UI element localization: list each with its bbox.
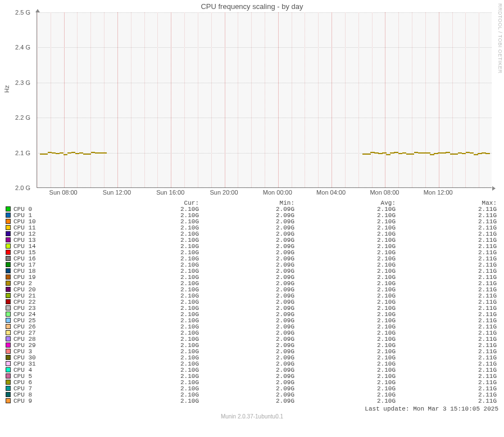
legend-row: CPU 292.10G2.09G2.10G2.11G [6, 343, 497, 349]
grid-line-v-minor [184, 12, 185, 187]
legend-row: CPU 52.10G2.09G2.10G2.11G [6, 373, 497, 380]
legend-row: CPU 172.10G2.09G2.10G2.11G [6, 262, 497, 268]
x-tick-label: Mon 04:00 [316, 189, 346, 196]
legend-swatch-icon [6, 287, 11, 292]
legend-row: CPU 252.10G2.09G2.10G2.11G [6, 318, 497, 324]
legend-row: CPU 232.10G2.09G2.10G2.11G [6, 305, 497, 312]
legend-swatch-icon [6, 274, 11, 280]
legend-swatch-icon [6, 299, 11, 304]
legend-swatch-icon [6, 367, 11, 372]
series-segment [366, 154, 371, 155]
legend-row: CPU 242.10G2.09G2.10G2.11G [6, 312, 497, 318]
legend-swatch-icon [6, 213, 11, 218]
legend-row: CPU 102.10G2.09G2.10G2.11G [6, 219, 497, 225]
legend-row: CPU 42.10G2.09G2.10G2.11G [6, 367, 497, 373]
legend-row: CPU 162.10G2.09G2.10G2.11G [6, 256, 497, 262]
legend-row: CPU 202.10G2.09G2.10G2.11G [6, 287, 497, 293]
x-tick-label: Sun 20:00 [210, 189, 238, 196]
plot-area [37, 12, 492, 188]
legend-max: 2.11G [396, 398, 497, 404]
legend-swatch-icon [6, 318, 11, 323]
legend-row: CPU 132.10G2.09G2.10G2.11G [6, 237, 497, 244]
legend-table: Cur: Min: Avg: Max: CPU 02.10G2.09G2.10G… [6, 200, 497, 404]
legend-row: CPU 72.10G2.09G2.10G2.11G [6, 386, 497, 392]
legend-avg: 2.10G [294, 398, 396, 404]
legend-cur: 2.10G [109, 398, 199, 404]
grid-line-v [385, 12, 385, 187]
legend-swatch-icon [6, 219, 11, 224]
legend-swatch-icon [6, 231, 11, 236]
legend-swatch-icon [6, 386, 11, 391]
legend-swatch-icon [6, 361, 11, 366]
legend-row: CPU 142.10G2.09G2.10G2.11G [6, 244, 497, 250]
legend-row: CPU 212.10G2.09G2.10G2.11G [6, 293, 497, 299]
legend-row: CPU 272.10G2.09G2.10G2.11G [6, 330, 497, 336]
series-segment [470, 152, 474, 154]
legend-row: CPU 182.10G2.09G2.10G2.11G [6, 268, 497, 274]
grid-line-v-minor [292, 12, 292, 187]
grid-line-v-minor [412, 12, 412, 187]
legend-swatch-icon [6, 281, 11, 286]
legend-header-row: Cur: Min: Avg: Max: [6, 200, 497, 206]
legend-series-name: CPU 9 [13, 398, 109, 404]
axis-arrow-up-icon [35, 9, 40, 12]
last-update-text: Last update: Mon Mar 3 15:10:05 2025 [365, 406, 498, 412]
legend-row: CPU 262.10G2.09G2.10G2.11G [6, 324, 497, 330]
series-segment [454, 154, 458, 155]
legend-row: CPU 22.10G2.09G2.10G2.11G [6, 281, 497, 287]
x-tick-label: Sun 16:00 [156, 189, 184, 196]
grid-line-v-minor [37, 12, 38, 187]
grid-line-v-minor [131, 12, 131, 187]
x-axis: Sun 08:00Sun 12:00Sun 16:00Sun 20:00Mon … [37, 189, 492, 198]
y-tick-label: 2.5 G [15, 9, 30, 16]
grid-line-v-minor [238, 12, 238, 187]
grid-line-v [171, 12, 171, 187]
legend-swatch-icon [6, 256, 11, 261]
legend-row: CPU 192.10G2.09G2.10G2.11G [6, 274, 497, 281]
grid-line-v-minor [251, 12, 252, 187]
legend-swatch-icon [6, 305, 11, 310]
legend-swatch-icon [6, 349, 11, 354]
legend-swatch-icon [6, 392, 11, 397]
grid-line-v-minor [345, 12, 346, 187]
series-segment [410, 154, 415, 155]
grid-line-v [278, 12, 279, 187]
chart-title: CPU frequency scaling - by day [0, 2, 504, 11]
legend-swatch-icon [6, 237, 11, 242]
legend-swatch-icon [6, 343, 11, 348]
series-segment [44, 154, 48, 155]
y-tick-label: 2.2 G [15, 114, 30, 121]
series-segment [63, 154, 68, 155]
x-tick-label: Sun 12:00 [103, 189, 131, 196]
legend-row: CPU 152.10G2.09G2.10G2.11G [6, 250, 497, 256]
legend-row: CPU 82.10G2.09G2.10G2.11G [6, 392, 497, 398]
legend-swatch-icon [6, 225, 11, 230]
grid-line-h [37, 188, 492, 188]
grid-line-v-minor [144, 12, 145, 187]
x-tick-label: Mon 08:00 [370, 189, 399, 196]
grid-line-v-minor [479, 12, 479, 187]
grid-line-v-minor [452, 12, 453, 187]
grid-line-v-minor [398, 12, 399, 187]
legend-row: CPU 282.10G2.09G2.10G2.11G [6, 336, 497, 343]
series-segment [426, 152, 430, 154]
grid-line-v-minor [425, 12, 426, 187]
legend-row: CPU 12.10G2.09G2.10G2.11G [6, 213, 497, 219]
legend-row: CPU 312.10G2.09G2.10G2.11G [6, 361, 497, 367]
y-tick-label: 2.4 G [15, 44, 30, 51]
y-axis: 2.0 G2.1 G2.2 G2.3 G2.4 G2.5 G [0, 12, 34, 188]
legend-min: 2.09G [199, 398, 294, 404]
legend-row: CPU 02.10G2.09G2.10G2.11G [6, 206, 497, 213]
x-tick-label: Sun 08:00 [49, 189, 78, 196]
x-tick-label: Mon 12:00 [424, 189, 453, 196]
legend-swatch-icon [6, 380, 11, 385]
grid-line-v [332, 12, 332, 187]
watermark: RRDTOOL / TOBI OETIKER [497, 3, 503, 74]
grid-line-v-minor [157, 12, 158, 187]
y-tick-label: 2.3 G [15, 79, 30, 86]
grid-line-v [225, 12, 225, 187]
legend-swatch-icon [6, 355, 11, 360]
grid-line-v-minor [372, 12, 373, 187]
legend-row: CPU 122.10G2.09G2.10G2.11G [6, 231, 497, 237]
legend-swatch-icon [6, 262, 11, 267]
